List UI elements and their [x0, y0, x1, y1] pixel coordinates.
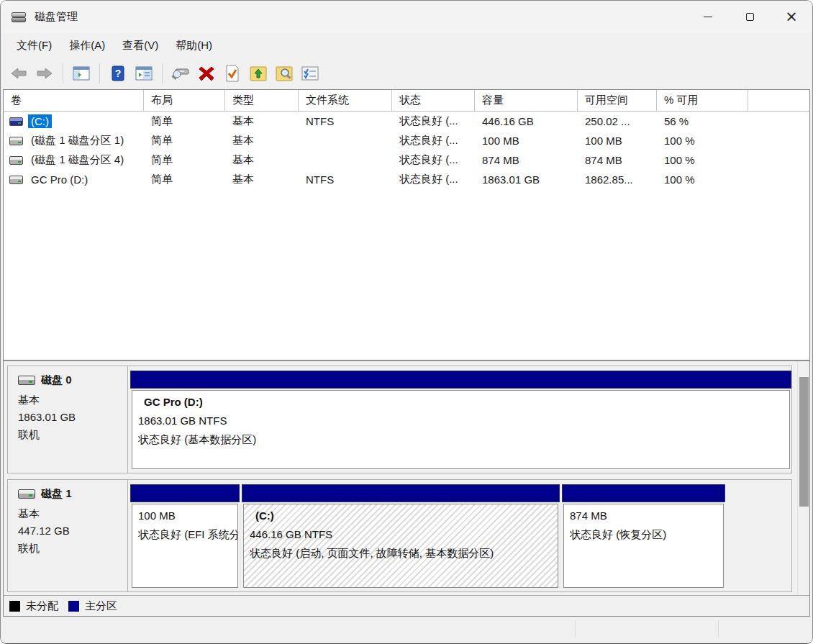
cell-free: 100 MB: [578, 135, 657, 147]
disk0-name: 磁盘 0: [41, 373, 72, 387]
partition-status: 状态良好 (EFI 系统分区): [138, 525, 232, 544]
cell-type: 基本: [225, 173, 299, 186]
back-button[interactable]: [8, 63, 29, 84]
vertical-scrollbar[interactable]: [797, 361, 809, 595]
explore-folder-button[interactable]: [273, 63, 295, 84]
toolbar-separator: [99, 63, 100, 83]
disk-management-window: 磁盘管理 × 文件(F) 操作(A) 查看(V) 帮助(H) ?: [0, 0, 813, 644]
delete-volume-button[interactable]: [196, 63, 217, 84]
column-header-empty: [748, 90, 809, 111]
disk-management-app-icon: [12, 12, 27, 23]
folder-up-arrow-icon: [250, 65, 267, 81]
minimize-button[interactable]: [687, 1, 729, 33]
partition-size: 874 MB: [570, 507, 717, 525]
drive-tool-icon: [171, 66, 190, 81]
forward-icon: [36, 67, 53, 80]
show-action-pane-button[interactable]: [133, 63, 155, 84]
properties-button[interactable]: [299, 63, 321, 84]
legend-primary-label: 主分区: [85, 599, 117, 613]
disk0-label[interactable]: 磁盘 0 基本 1863.01 GB 联机: [8, 366, 128, 473]
volume-list-pane: 卷 布局 类型 文件系统 状态 容量 可用空间 % 可用 (C:) 简单 基本 …: [4, 90, 809, 361]
close-button[interactable]: ×: [771, 1, 812, 33]
disk-icon: [18, 376, 35, 385]
forward-button[interactable]: [34, 63, 55, 84]
disk1-label[interactable]: 磁盘 1 基本 447.12 GB 联机: [8, 480, 128, 591]
primary-partition-strip: [562, 484, 725, 502]
folder-magnifier-icon: [276, 65, 293, 81]
partition-status: 状态良好 (启动, 页面文件, 故障转储, 基本数据分区): [250, 544, 552, 563]
cell-type: 基本: [225, 134, 299, 148]
cell-filesystem: NTFS: [299, 115, 392, 127]
action-pane-icon: [135, 66, 153, 81]
primary-partition-color-swatch: [68, 601, 79, 612]
show-console-tree-button[interactable]: [71, 63, 92, 84]
partition-label: GC Pro (D:): [138, 393, 784, 412]
menubar: 文件(F) 操作(A) 查看(V) 帮助(H): [1, 33, 812, 58]
cell-type: 基本: [225, 114, 299, 128]
graphical-view-pane: 磁盘 0 基本 1863.01 GB 联机 GC Pro (D:) 1863.0…: [4, 361, 809, 595]
partition-c-drive[interactable]: (C:) 446.16 GB NTFS 状态良好 (启动, 页面文件, 故障转储…: [242, 484, 560, 588]
mark-partition-active-button[interactable]: [222, 63, 243, 84]
column-header-layout[interactable]: 布局: [144, 90, 225, 111]
cell-layout: 简单: [144, 134, 225, 148]
partition-label: (C:): [250, 507, 552, 525]
cell-layout: 简单: [144, 153, 225, 167]
partition-d-drive[interactable]: GC Pro (D:) 1863.01 GB NTFS 状态良好 (基本数据分区…: [130, 371, 791, 469]
partition-size: 100 MB: [138, 507, 232, 525]
volume-drive-icon: [9, 156, 23, 165]
disk0-status: 联机: [18, 426, 127, 443]
window-title: 磁盘管理: [35, 10, 78, 24]
partition-recovery[interactable]: 874 MB 状态良好 (恢复分区): [562, 484, 725, 588]
column-header-filesystem[interactable]: 文件系统: [299, 90, 392, 111]
statusbar-separator: [718, 620, 719, 638]
disk1-row: 磁盘 1 基本 447.12 GB 联机 100 MB 状态良好 (EFI 系统…: [7, 479, 792, 592]
toolbar-separator: [63, 63, 63, 83]
menu-action[interactable]: 操作(A): [60, 36, 114, 55]
column-header-capacity[interactable]: 容量: [475, 90, 578, 111]
cell-pct: 100 %: [657, 154, 748, 166]
titlebar: 磁盘管理 ×: [1, 1, 812, 33]
legend-unallocated-label: 未分配: [26, 599, 58, 613]
column-header-type[interactable]: 类型: [225, 90, 299, 111]
disk0-type: 基本: [18, 391, 127, 409]
cell-status: 状态良好 (...: [392, 153, 475, 167]
menu-view[interactable]: 查看(V): [114, 36, 167, 55]
client-area: 卷 布局 类型 文件系统 状态 容量 可用空间 % 可用 (C:) 简单 基本 …: [3, 89, 810, 617]
properties-checklist-icon: [301, 66, 319, 81]
close-icon: ×: [785, 9, 798, 24]
change-drive-letter-button[interactable]: [170, 63, 191, 84]
column-header-pct-free[interactable]: % 可用: [657, 90, 748, 111]
maximize-button[interactable]: [729, 1, 771, 33]
disk1-name: 磁盘 1: [41, 487, 72, 501]
scrollbar-thumb[interactable]: [799, 377, 809, 507]
delete-icon: [199, 65, 214, 81]
cell-capacity: 1863.01 GB: [475, 173, 578, 186]
cell-free: 250.02 ...: [578, 115, 657, 127]
menu-help[interactable]: 帮助(H): [167, 36, 221, 55]
table-row[interactable]: GC Pro (D:) 简单 基本 NTFS 状态良好 (... 1863.01…: [4, 170, 809, 189]
unallocated-color-swatch: [9, 601, 20, 612]
table-row[interactable]: (C:) 简单 基本 NTFS 状态良好 (... 446.16 GB 250.…: [4, 112, 809, 131]
open-folder-button[interactable]: [247, 63, 269, 84]
volume-name: (C:): [28, 114, 52, 128]
column-header-status[interactable]: 状态: [392, 90, 475, 111]
partition-efi[interactable]: 100 MB 状态良好 (EFI 系统分区): [130, 484, 240, 588]
minimize-icon: [704, 17, 712, 17]
table-row[interactable]: (磁盘 1 磁盘分区 1) 简单 基本 状态良好 (... 100 MB 100…: [4, 131, 809, 150]
help-button[interactable]: ?: [107, 63, 129, 84]
cell-pct: 100 %: [657, 173, 748, 186]
cell-status: 状态良好 (...: [392, 173, 475, 186]
partition-size: 446.16 GB NTFS: [250, 525, 552, 544]
column-header-free-space[interactable]: 可用空间: [578, 90, 657, 111]
cell-free: 1862.85...: [578, 173, 657, 186]
cell-capacity: 874 MB: [475, 154, 578, 166]
volume-name: (磁盘 1 磁盘分区 4): [28, 153, 127, 168]
table-row[interactable]: (磁盘 1 磁盘分区 4) 简单 基本 状态良好 (... 874 MB 874…: [4, 150, 809, 170]
cell-status: 状态良好 (...: [392, 134, 475, 148]
column-header-volume[interactable]: 卷: [4, 90, 144, 111]
partition-status: 状态良好 (基本数据分区): [138, 430, 784, 449]
volume-drive-icon: [9, 176, 23, 184]
cell-pct: 100 %: [657, 135, 748, 147]
menu-file[interactable]: 文件(F): [8, 36, 60, 55]
primary-partition-strip: [130, 371, 791, 389]
